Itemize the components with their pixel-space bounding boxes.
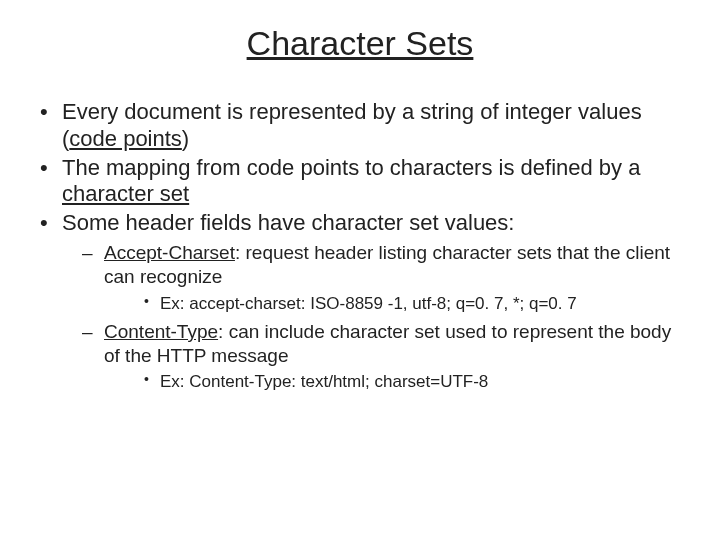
underlined-term: character set xyxy=(62,181,189,206)
list-item: Every document is represented by a strin… xyxy=(34,99,686,153)
list-item: Some header fields have character set va… xyxy=(34,210,686,392)
example-text: Ex: Content-Type: text/html; charset=UTF… xyxy=(160,372,488,391)
list-item: Accept-Charset: request header listing c… xyxy=(62,241,686,314)
slide-title: Character Sets xyxy=(34,24,686,63)
list-item: Ex: Content-Type: text/html; charset=UTF… xyxy=(104,371,686,392)
text: ) xyxy=(182,126,189,151)
underlined-term: code points xyxy=(69,126,182,151)
underlined-term: Content-Type xyxy=(104,321,218,342)
sub-sub-list: Ex: accept-charset: ISO-8859 -1, utf-8; … xyxy=(104,293,686,314)
bullet-list: Every document is represented by a strin… xyxy=(34,99,686,393)
text: The mapping from code points to characte… xyxy=(62,155,640,180)
text: Some header fields have character set va… xyxy=(62,210,514,235)
list-item: Content-Type: can include character set … xyxy=(62,320,686,393)
example-text: Ex: accept-charset: ISO-8859 -1, utf-8; … xyxy=(160,294,577,313)
sub-sub-list: Ex: Content-Type: text/html; charset=UTF… xyxy=(104,371,686,392)
list-item: The mapping from code points to characte… xyxy=(34,155,686,209)
sub-list: Accept-Charset: request header listing c… xyxy=(62,241,686,393)
list-item: Ex: accept-charset: ISO-8859 -1, utf-8; … xyxy=(104,293,686,314)
underlined-term: Accept-Charset xyxy=(104,242,235,263)
